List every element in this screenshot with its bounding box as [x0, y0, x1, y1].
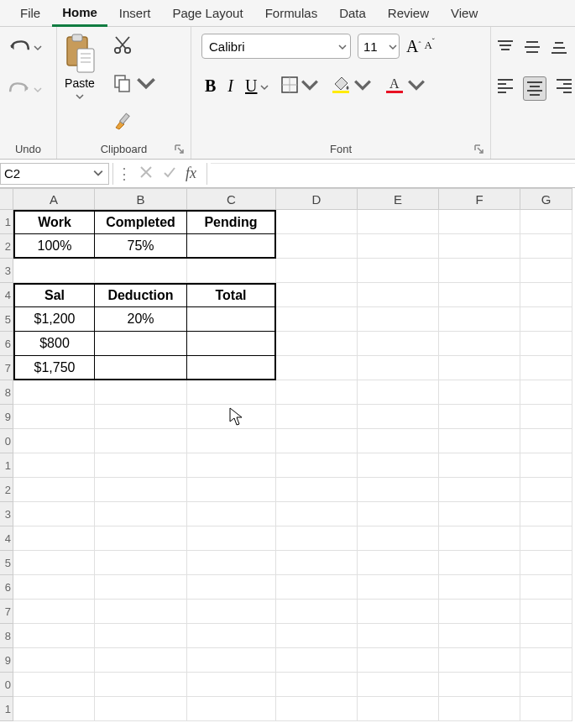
cell[interactable] [520, 259, 572, 283]
align-bottom-button[interactable] [550, 39, 568, 58]
fill-color-button[interactable] [331, 76, 373, 97]
formula-input[interactable] [211, 163, 575, 185]
chevron-down-icon[interactable] [136, 73, 156, 96]
dialog-launcher-icon[interactable] [473, 144, 485, 155]
chevron-down-icon[interactable] [34, 83, 42, 97]
row-header[interactable]: 9 [0, 405, 13, 429]
cell[interactable] [276, 332, 358, 356]
borders-button[interactable] [280, 76, 319, 97]
cell[interactable] [520, 210, 572, 234]
row-header[interactable]: 3 [0, 259, 13, 283]
select-all-corner[interactable] [0, 188, 13, 210]
grow-font-button[interactable]: Aˆ [406, 37, 421, 56]
cell[interactable] [358, 405, 439, 429]
cell[interactable] [276, 697, 358, 721]
cell[interactable] [95, 551, 187, 575]
cell[interactable] [276, 405, 358, 429]
copy-button[interactable] [112, 73, 156, 96]
cell[interactable] [358, 429, 439, 453]
cell[interactable] [439, 502, 520, 526]
cell[interactable] [520, 551, 572, 575]
cell[interactable] [95, 673, 187, 697]
cell[interactable] [95, 356, 187, 380]
cell[interactable] [520, 600, 572, 624]
cell[interactable] [520, 234, 572, 259]
enter-formula-button[interactable] [162, 165, 177, 182]
cell[interactable] [276, 502, 358, 526]
cell[interactable] [520, 429, 572, 453]
name-box[interactable]: C2 [0, 163, 109, 185]
cell[interactable] [187, 575, 276, 600]
cell[interactable] [276, 526, 358, 551]
chevron-down-icon[interactable] [406, 76, 426, 97]
cell[interactable] [276, 210, 358, 234]
cell[interactable] [95, 405, 187, 429]
align-left-button[interactable] [496, 76, 515, 101]
tab-view[interactable]: View [441, 1, 488, 25]
row-header[interactable]: 8 [0, 380, 13, 405]
format-painter-button[interactable] [112, 111, 156, 134]
row-header[interactable]: 5 [0, 307, 13, 332]
cell[interactable] [13, 624, 95, 648]
align-middle-button[interactable] [523, 39, 541, 58]
cell[interactable] [520, 453, 572, 478]
cell[interactable] [439, 283, 520, 307]
tab-data[interactable]: Data [329, 1, 376, 25]
row-header[interactable]: 8 [0, 624, 13, 648]
cell[interactable] [13, 575, 95, 600]
row-header[interactable]: 9 [0, 648, 13, 673]
cell[interactable] [95, 380, 187, 405]
cell[interactable] [276, 356, 358, 380]
cell[interactable]: $800 [13, 332, 95, 356]
cell[interactable]: Pending [187, 210, 276, 234]
cell[interactable] [439, 259, 520, 283]
cell[interactable] [13, 259, 95, 283]
tab-insert[interactable]: Insert [109, 1, 161, 25]
cell[interactable] [276, 575, 358, 600]
cell[interactable] [187, 380, 276, 405]
cell[interactable] [276, 453, 358, 478]
cell[interactable] [13, 526, 95, 551]
cell[interactable] [13, 478, 95, 502]
cell[interactable] [95, 478, 187, 502]
cell[interactable] [358, 697, 439, 721]
cell[interactable] [95, 697, 187, 721]
tab-home[interactable]: Home [52, 0, 107, 27]
font-family-select[interactable]: Calibri [201, 34, 351, 59]
cell[interactable] [95, 429, 187, 453]
font-size-select[interactable]: 11 [358, 34, 400, 59]
cell[interactable] [187, 551, 276, 575]
cell[interactable]: 100% [13, 234, 95, 259]
cell[interactable] [358, 210, 439, 234]
cell[interactable] [13, 697, 95, 721]
cell[interactable] [520, 356, 572, 380]
row-header[interactable]: 1 [0, 697, 13, 721]
cell[interactable] [358, 453, 439, 478]
cell[interactable] [187, 234, 276, 259]
cell[interactable] [13, 551, 95, 575]
cell[interactable] [187, 332, 276, 356]
cell[interactable] [13, 380, 95, 405]
row-header[interactable]: 2 [0, 234, 13, 259]
cell[interactable] [520, 478, 572, 502]
tab-review[interactable]: Review [378, 1, 439, 25]
cell[interactable] [358, 332, 439, 356]
cell[interactable] [187, 356, 276, 380]
cell[interactable] [13, 648, 95, 673]
cell[interactable] [276, 429, 358, 453]
cell[interactable] [358, 259, 439, 283]
cell[interactable] [439, 307, 520, 332]
cell[interactable] [187, 307, 276, 332]
row-header[interactable]: 6 [0, 575, 13, 600]
cell[interactable]: Completed [95, 210, 187, 234]
cell[interactable] [439, 332, 520, 356]
cell[interactable] [439, 697, 520, 721]
cell[interactable] [187, 673, 276, 697]
cell[interactable] [520, 673, 572, 697]
cell[interactable] [187, 624, 276, 648]
cell[interactable] [276, 307, 358, 332]
col-header[interactable]: G [520, 188, 572, 210]
cell[interactable] [439, 234, 520, 259]
cell[interactable] [439, 600, 520, 624]
cell[interactable] [439, 356, 520, 380]
